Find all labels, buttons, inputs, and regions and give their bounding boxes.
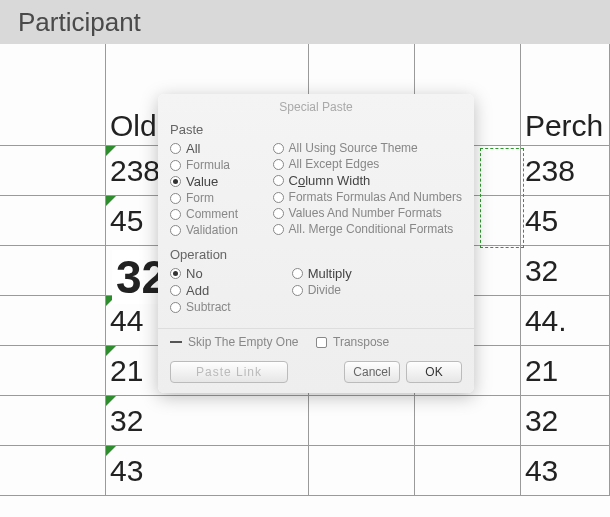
radio-icon	[170, 285, 181, 296]
paste-radio-left-2[interactable]: Value	[170, 174, 273, 189]
cell[interactable]	[0, 446, 106, 495]
op-radio-left-0[interactable]: No	[170, 266, 292, 281]
radio-label: Formats Formulas And Numbers	[289, 190, 462, 204]
col-header-a[interactable]	[0, 44, 106, 145]
header-bar: Participant	[0, 0, 610, 44]
radio-icon	[273, 208, 284, 219]
table-row: 3232	[0, 396, 610, 446]
radio-label: All Using Source Theme	[289, 141, 418, 155]
checkbox-icon	[316, 337, 327, 348]
cell[interactable]	[0, 296, 106, 345]
radio-icon	[170, 225, 181, 236]
dash-icon	[170, 341, 182, 343]
paste-radio-left-4[interactable]: Comment	[170, 207, 273, 221]
cell[interactable]: 238	[521, 146, 610, 195]
transpose-checkbox[interactable]: Transpose	[316, 335, 462, 349]
radio-icon	[170, 193, 181, 204]
op-radio-left-1[interactable]: Add	[170, 283, 292, 298]
radio-icon	[170, 143, 181, 154]
radio-label: Subtract	[186, 300, 231, 314]
paste-options: AllFormulaValueFormCommentValidation All…	[158, 141, 474, 247]
paste-radio-right-4[interactable]: Values And Number Formats	[273, 206, 462, 220]
cell[interactable]	[415, 396, 521, 445]
radio-label: Add	[186, 283, 209, 298]
cell[interactable]	[0, 146, 106, 195]
radio-label: Value	[186, 174, 218, 189]
cell[interactable]	[0, 396, 106, 445]
paste-radio-right-0[interactable]: All Using Source Theme	[273, 141, 462, 155]
paste-marquee	[480, 148, 524, 248]
cell[interactable]: 32	[521, 246, 610, 295]
radio-label: All	[186, 141, 200, 156]
operation-section-label: Operation	[158, 247, 474, 262]
cell[interactable]	[0, 196, 106, 245]
skip-empty-label: Skip The Empty One	[188, 335, 299, 349]
paste-section-label: Paste	[158, 122, 474, 137]
paste-radio-right-1[interactable]: All Except Edges	[273, 157, 462, 171]
radio-icon	[170, 209, 181, 220]
radio-label: Column Width	[289, 173, 371, 188]
radio-label: Form	[186, 191, 214, 205]
paste-radio-right-2[interactable]: Column Width	[273, 173, 462, 188]
radio-icon	[273, 159, 284, 170]
radio-label: All Except Edges	[289, 157, 380, 171]
skip-empty-checkbox[interactable]: Skip The Empty One	[170, 335, 316, 349]
cell[interactable]: 43	[521, 446, 610, 495]
cell[interactable]	[309, 396, 415, 445]
radio-label: Formula	[186, 158, 230, 172]
cell[interactable]	[415, 446, 521, 495]
radio-label: Values And Number Formats	[289, 206, 442, 220]
cell[interactable]: 43	[106, 446, 309, 495]
cell[interactable]	[0, 346, 106, 395]
radio-icon	[170, 302, 181, 313]
cell[interactable]: 44.	[521, 296, 610, 345]
operation-options: NoAddSubtract MultiplyDivide	[158, 266, 474, 324]
paste-radio-left-1[interactable]: Formula	[170, 158, 273, 172]
op-radio-right-1[interactable]: Divide	[292, 283, 462, 297]
radio-icon	[273, 224, 284, 235]
cell[interactable]: 32	[521, 396, 610, 445]
paste-radio-right-3[interactable]: Formats Formulas And Numbers	[273, 190, 462, 204]
radio-icon	[273, 143, 284, 154]
dialog-buttons: Paste Link Cancel OK	[158, 361, 474, 383]
transpose-label: Transpose	[333, 335, 389, 349]
cell[interactable]	[309, 446, 415, 495]
cancel-button[interactable]: Cancel	[344, 361, 400, 383]
page-title: Participant	[18, 7, 141, 38]
op-radio-right-0[interactable]: Multiply	[292, 266, 462, 281]
radio-icon	[273, 175, 284, 186]
paste-radio-left-3[interactable]: Form	[170, 191, 273, 205]
table-row: 4343	[0, 446, 610, 496]
cell[interactable]	[0, 246, 106, 295]
radio-label: Validation	[186, 223, 238, 237]
radio-icon	[273, 192, 284, 203]
radio-icon	[170, 160, 181, 171]
paste-radio-right-5[interactable]: All. Merge Conditional Formats	[273, 222, 462, 236]
ok-button[interactable]: OK	[406, 361, 462, 383]
radio-icon	[170, 268, 181, 279]
paste-link-button[interactable]: Paste Link	[170, 361, 288, 383]
cell[interactable]: 21	[521, 346, 610, 395]
radio-icon	[170, 176, 181, 187]
special-paste-dialog: Special Paste Paste AllFormulaValueFormC…	[158, 94, 474, 393]
radio-icon	[292, 285, 303, 296]
radio-label: No	[186, 266, 203, 281]
paste-radio-left-0[interactable]: All	[170, 141, 273, 156]
radio-label: Multiply	[308, 266, 352, 281]
cell[interactable]: 32	[106, 396, 309, 445]
checkbox-row: Skip The Empty One Transpose	[158, 328, 474, 361]
col-header-e[interactable]: Perch	[521, 44, 610, 145]
paste-radio-left-5[interactable]: Validation	[170, 223, 273, 237]
op-radio-left-2[interactable]: Subtract	[170, 300, 292, 314]
radio-label: All. Merge Conditional Formats	[289, 222, 454, 236]
radio-icon	[292, 268, 303, 279]
radio-label: Divide	[308, 283, 341, 297]
dialog-title: Special Paste	[158, 94, 474, 122]
cell[interactable]: 45	[521, 196, 610, 245]
radio-label: Comment	[186, 207, 238, 221]
